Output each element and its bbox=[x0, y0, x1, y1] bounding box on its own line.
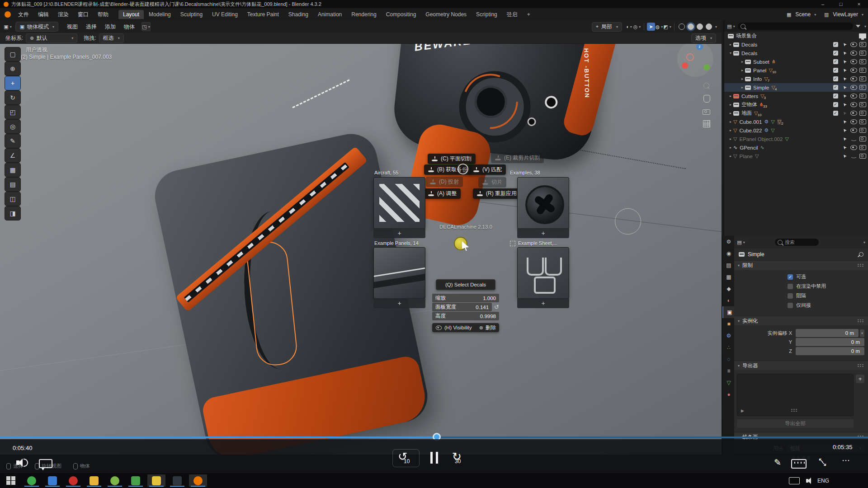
move-tool[interactable]: + bbox=[5, 76, 21, 90]
pin-icon[interactable] bbox=[858, 251, 864, 258]
workspace-tab-Rendering[interactable]: Rendering bbox=[347, 10, 381, 19]
disable-render-toggle[interactable] bbox=[858, 102, 867, 107]
axis-y-icon[interactable] bbox=[703, 64, 710, 70]
selectable-toggle[interactable]: ➤ bbox=[840, 76, 849, 81]
volume-icon[interactable] bbox=[16, 458, 28, 467]
exclude-checkbox[interactable]: ✓ bbox=[831, 42, 840, 47]
start-button[interactable] bbox=[2, 474, 20, 487]
close-button[interactable]: × bbox=[850, 0, 868, 8]
selectable-toggle[interactable]: ➤ bbox=[840, 136, 849, 141]
menu-文件[interactable]: 文件 bbox=[14, 8, 33, 21]
app-blue[interactable] bbox=[43, 474, 61, 487]
pie-match[interactable]: (V) 匹配 bbox=[469, 164, 506, 175]
selectable-toggle[interactable]: ➤ bbox=[840, 145, 849, 150]
hide-viewport-toggle[interactable] bbox=[849, 137, 858, 141]
row-cube-001[interactable]: ▸▽Cube.001⚙▽▽2➤ bbox=[724, 117, 868, 126]
row-simple[interactable]: ▸Simple▽4✓➤ bbox=[724, 83, 868, 92]
decal-thumb-screw[interactable] bbox=[517, 177, 569, 229]
workspace-tab-Texture Paint[interactable]: Texture Paint bbox=[243, 10, 283, 19]
decal-add-button-1[interactable]: + bbox=[373, 228, 425, 238]
orientation-dropdown[interactable]: ⌖ 局部 ▾ bbox=[592, 22, 622, 32]
coord-dropdown[interactable]: ⊕ 默认 ▾ bbox=[26, 33, 77, 43]
xray-toggle-icon[interactable]: ◩▾ bbox=[663, 23, 671, 31]
row-info[interactable]: ▸Info▽7✓➤ bbox=[724, 75, 868, 83]
exclude-checkbox[interactable]: ✓ bbox=[831, 94, 840, 99]
exclude-checkbox[interactable]: ✓ bbox=[831, 102, 840, 107]
hide-viewport-toggle[interactable] bbox=[849, 119, 858, 124]
mode-dropdown[interactable]: ▣ 物体模式 ▾ bbox=[15, 22, 58, 32]
workspace-tab-Modeling[interactable]: Modeling bbox=[144, 10, 175, 19]
axis-neg-icon[interactable] bbox=[686, 53, 694, 61]
workspace-tab-Layout[interactable]: Layout bbox=[118, 10, 144, 19]
exclude-checkbox[interactable]: ✓ bbox=[831, 68, 840, 73]
ortho-grid-icon[interactable] bbox=[703, 120, 710, 127]
scene-selector[interactable]: ▦ Scene ▾ bbox=[785, 10, 816, 19]
captions-icon[interactable] bbox=[39, 459, 52, 468]
expand-arrow-icon[interactable]: ▸ bbox=[728, 111, 733, 115]
section-instancing[interactable]: ▾ 实例化 bbox=[734, 316, 868, 325]
object-data-tab[interactable]: ▽ bbox=[722, 377, 735, 389]
axis-z-icon[interactable]: z bbox=[696, 43, 703, 50]
visibility-button[interactable]: (H) Visibility bbox=[444, 325, 472, 330]
selectable-toggle[interactable]: ➤ bbox=[840, 42, 849, 47]
menu-渲染[interactable]: 渲染 bbox=[53, 8, 73, 21]
check-row-可选[interactable]: ✓可选 bbox=[788, 273, 868, 280]
select-box-tool[interactable]: ▢ bbox=[5, 47, 21, 61]
touch-keyboard-icon[interactable] bbox=[789, 477, 800, 484]
value-slider-高度[interactable]: 高度0.9998 bbox=[432, 312, 499, 320]
workspace-tab-Scripting[interactable]: Scripting bbox=[472, 10, 502, 19]
disable-render-toggle[interactable] bbox=[858, 51, 867, 56]
material-tab[interactable]: ● bbox=[722, 389, 735, 400]
shading-solid-icon[interactable] bbox=[688, 23, 694, 30]
outliner-root-row[interactable]: 场景集合 bbox=[724, 32, 868, 40]
expand-arrow-icon[interactable]: ▸ bbox=[740, 85, 745, 89]
outliner-editor-icon[interactable]: ▤▾ bbox=[727, 22, 735, 30]
disable-render-toggle[interactable] bbox=[858, 136, 867, 141]
exporter-list-box[interactable]: ▶ bbox=[737, 374, 854, 416]
physics-tab[interactable]: ◌ bbox=[722, 353, 735, 365]
active-tool-icon[interactable]: ◳▾ bbox=[142, 22, 151, 31]
check-row-阻隔[interactable]: 阻隔 bbox=[788, 292, 868, 299]
more-options-icon[interactable]: ⋯ bbox=[842, 455, 851, 465]
expand-arrow-icon[interactable]: ▸ bbox=[728, 145, 733, 150]
workspace-tab-Geometry Nodes[interactable]: Geometry Nodes bbox=[421, 10, 471, 19]
cursor-tool[interactable]: ⊕ bbox=[5, 61, 21, 76]
check-row-仅间接[interactable]: 仅间接 bbox=[788, 302, 868, 309]
pause-button[interactable] bbox=[430, 452, 438, 465]
row-plane[interactable]: ▸▽Plane▽➤ bbox=[724, 152, 868, 160]
row-empties[interactable]: ▸空物体⋔33✓➤ bbox=[724, 100, 868, 109]
properties-editor-icon[interactable]: ▤▾ bbox=[737, 238, 745, 246]
shading-material-icon[interactable] bbox=[697, 23, 703, 30]
workspace-tab-Animation[interactable]: Animation bbox=[313, 10, 346, 19]
row-subset[interactable]: ▸Subset⋔✓➤ bbox=[724, 57, 868, 66]
blender-menu-icon[interactable] bbox=[5, 11, 11, 18]
modifiers-tab[interactable]: ⚙ bbox=[722, 330, 735, 342]
section-exporters[interactable]: ▾ 导出器 bbox=[734, 361, 868, 370]
viewlayer-selector[interactable]: ▥ ViewLayer ▾ bbox=[822, 10, 863, 19]
fullscreen-icon[interactable]: ↖↘ bbox=[818, 456, 830, 465]
row-ground[interactable]: ▸地面▽10✓➤ bbox=[724, 109, 868, 117]
exclude-checkbox[interactable]: ✓ bbox=[831, 76, 840, 81]
menu-帮助[interactable]: 帮助 bbox=[93, 8, 113, 21]
app-x-dark[interactable] bbox=[168, 474, 186, 487]
disable-render-toggle[interactable] bbox=[858, 145, 867, 150]
hide-viewport-toggle[interactable] bbox=[849, 128, 858, 133]
minimize-button[interactable]: – bbox=[814, 0, 832, 8]
app-green-browser[interactable] bbox=[23, 474, 41, 487]
selectable-toggle[interactable]: ➤ bbox=[840, 59, 849, 64]
menu-编辑[interactable]: 编辑 bbox=[33, 8, 53, 21]
hide-viewport-toggle[interactable] bbox=[849, 68, 858, 73]
proportional-edit-icon[interactable]: ◎▾ bbox=[633, 23, 641, 31]
shading-wireframe-icon[interactable] bbox=[679, 23, 685, 30]
check-row-在渲染中禁用[interactable]: 在渲染中禁用 bbox=[788, 283, 868, 290]
snap-magnet-icon[interactable]: ◖▾ bbox=[625, 23, 633, 31]
decal-thumb-aircraft[interactable] bbox=[373, 177, 425, 229]
viewport-menu-选择[interactable]: 选择 bbox=[82, 23, 101, 31]
scene-tab[interactable]: ◆ bbox=[722, 283, 735, 295]
hide-viewport-toggle[interactable] bbox=[849, 102, 858, 107]
extra-tool-2[interactable]: ◫ bbox=[5, 192, 21, 206]
delete-button[interactable]: 删除 bbox=[486, 324, 496, 331]
properties-search-input[interactable]: 搜索 bbox=[775, 239, 819, 246]
checkbox-icon[interactable]: ✓ bbox=[788, 274, 793, 280]
hide-viewport-toggle[interactable] bbox=[849, 51, 858, 56]
